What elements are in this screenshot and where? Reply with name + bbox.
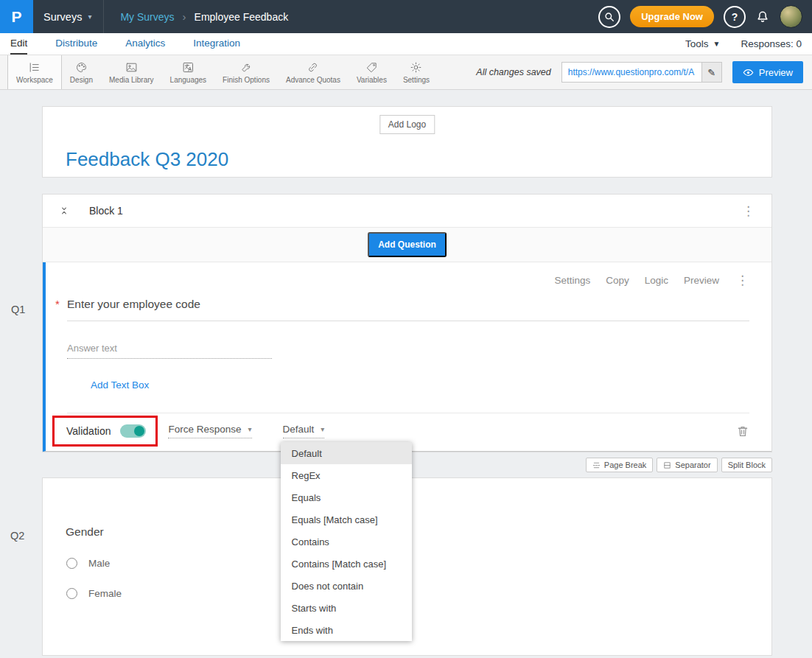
- collapse-block-button[interactable]: [59, 205, 69, 217]
- question-settings-button[interactable]: Settings: [554, 275, 590, 286]
- required-marker: *: [55, 298, 67, 310]
- top-header: P Surveys ▾ My Surveys › Employee Feedba…: [0, 0, 812, 33]
- dropdown-option-starts-with[interactable]: Starts with: [281, 597, 412, 619]
- question-copy-button[interactable]: Copy: [606, 275, 629, 286]
- pencil-icon: ✎: [707, 67, 715, 78]
- responses-count[interactable]: Responses: 0: [741, 38, 802, 49]
- separator-icon: [663, 461, 671, 469]
- split-block-button[interactable]: Split Block: [721, 458, 772, 472]
- validation-toggle[interactable]: [120, 424, 146, 438]
- radio-label[interactable]: Male: [88, 558, 110, 569]
- force-response-select[interactable]: Force Response ▾: [168, 424, 251, 438]
- annotation-highlight: Validation: [52, 416, 158, 447]
- help-button[interactable]: ?: [724, 6, 746, 28]
- question-1-label: Q1: [11, 304, 25, 315]
- main-nav: Edit Distribute Analytics Integration To…: [0, 33, 812, 55]
- question-2-text[interactable]: Gender: [66, 478, 104, 539]
- add-text-box-link[interactable]: Add Text Box: [91, 379, 149, 391]
- eye-icon: [743, 67, 754, 78]
- question-1-text-row: * Enter your employee code: [67, 298, 749, 321]
- preview-button[interactable]: Preview: [732, 61, 803, 83]
- radio-option-male[interactable]: Male: [66, 558, 110, 569]
- dropdown-option-equals-match-case[interactable]: Equals [Match case]: [281, 508, 412, 531]
- search-button[interactable]: [598, 6, 620, 28]
- validation-label: Validation: [66, 425, 111, 437]
- answer-text-field[interactable]: Answer text: [67, 343, 272, 359]
- survey-url-input[interactable]: https://www.questionpro.com/t/A: [562, 63, 701, 82]
- validation-type-select[interactable]: Default ▾: [283, 424, 325, 438]
- questionpro-logo: P: [0, 0, 33, 33]
- tag-icon: [365, 61, 378, 74]
- gear-icon: [410, 61, 422, 74]
- survey-header-card: Add Logo Feedback Q3 2020: [42, 106, 772, 178]
- tool-languages[interactable]: Languages: [162, 55, 215, 89]
- question-mark-icon: ?: [732, 11, 738, 23]
- question-1-text[interactable]: Enter your employee code: [67, 298, 200, 311]
- save-status: All changes saved: [476, 67, 550, 77]
- question-2-label: Q2: [10, 530, 24, 542]
- radio-label[interactable]: Female: [88, 588, 122, 599]
- tools-menu[interactable]: Tools ▼: [685, 38, 720, 49]
- breadcrumb-current: Employee Feedback: [195, 11, 289, 23]
- add-logo-button[interactable]: Add Logo: [379, 115, 435, 134]
- user-avatar[interactable]: [780, 5, 802, 28]
- breadcrumb-my-surveys[interactable]: My Surveys: [120, 11, 174, 23]
- dropdown-option-does-not-contain[interactable]: Does not contain: [281, 575, 412, 597]
- surveys-menu-label: Surveys: [43, 11, 82, 23]
- editor-toolbar: Workspace Design Media Library Languages…: [0, 55, 812, 90]
- edit-url-button[interactable]: ✎: [701, 63, 721, 82]
- tool-settings[interactable]: Settings: [395, 55, 438, 89]
- question-preview-button[interactable]: Preview: [684, 275, 719, 286]
- tab-edit[interactable]: Edit: [10, 33, 27, 55]
- delete-question-button[interactable]: [736, 424, 749, 438]
- dropdown-option-equals[interactable]: Equals: [281, 486, 412, 508]
- tab-distribute[interactable]: Distribute: [55, 33, 97, 55]
- radio-icon[interactable]: [66, 558, 77, 569]
- separator-button[interactable]: Separator: [657, 458, 717, 472]
- tool-variables[interactable]: Variables: [349, 55, 395, 89]
- validation-row: Validation Force Response ▾ Default ▾: [67, 413, 749, 451]
- toggle-knob: [134, 426, 144, 436]
- tool-finish-options[interactable]: Finish Options: [214, 55, 278, 89]
- editor-content: Add Logo Feedback Q3 2020 Block 1 ⋮ Add …: [42, 106, 772, 656]
- notifications-button[interactable]: [755, 10, 770, 24]
- dropdown-option-contains-match-case[interactable]: Contains [Match case]: [281, 553, 412, 575]
- question-1-card: Q1 Settings Copy Logic Preview ⋮ * Enter…: [43, 262, 771, 452]
- question-logic-button[interactable]: Logic: [645, 275, 668, 286]
- tab-analytics[interactable]: Analytics: [125, 33, 165, 55]
- collapse-icon: [59, 205, 69, 217]
- question-1-actions: Settings Copy Logic Preview ⋮: [67, 273, 749, 288]
- question-kebab-menu-icon[interactable]: ⋮: [736, 273, 749, 288]
- breadcrumb-separator-icon: ›: [183, 10, 186, 23]
- upgrade-now-button[interactable]: Upgrade Now: [630, 6, 714, 27]
- surveys-menu[interactable]: Surveys ▾: [43, 0, 104, 33]
- breadcrumb: My Surveys › Employee Feedback: [120, 10, 288, 23]
- radio-option-female[interactable]: Female: [66, 588, 122, 599]
- dropdown-option-regex[interactable]: RegEx: [281, 464, 412, 486]
- dropdown-option-contains[interactable]: Contains: [281, 531, 412, 553]
- chevron-down-icon: ▾: [248, 425, 252, 433]
- link-icon: [307, 61, 319, 74]
- add-question-strip: Add Question: [43, 228, 771, 262]
- tool-design[interactable]: Design: [62, 55, 101, 89]
- tool-advance-quotas[interactable]: Advance Quotas: [278, 55, 349, 89]
- radio-icon[interactable]: [66, 588, 77, 599]
- bell-icon: [755, 10, 770, 24]
- tools-label: Tools: [685, 38, 709, 49]
- dropdown-option-ends-with[interactable]: Ends with: [281, 619, 412, 641]
- survey-title[interactable]: Feedback Q3 2020: [66, 148, 228, 171]
- block-title[interactable]: Block 1: [89, 205, 123, 217]
- tool-workspace[interactable]: Workspace: [7, 55, 62, 89]
- tool-media-library[interactable]: Media Library: [101, 55, 162, 89]
- tab-integration[interactable]: Integration: [193, 33, 240, 55]
- header-actions: Upgrade Now ?: [598, 5, 812, 28]
- validation-type-dropdown: Default RegEx Equals Equals [Match case]…: [281, 442, 412, 641]
- chevron-down-icon: ▾: [321, 425, 324, 433]
- dropdown-option-default[interactable]: Default: [281, 442, 412, 464]
- chevron-down-icon: ▼: [713, 40, 721, 48]
- add-question-button[interactable]: Add Question: [368, 232, 447, 257]
- page-break-button[interactable]: Page Break: [586, 458, 653, 472]
- page-break-icon: [592, 461, 601, 469]
- translate-icon: [182, 61, 195, 74]
- block-kebab-menu-icon[interactable]: ⋮: [742, 203, 755, 219]
